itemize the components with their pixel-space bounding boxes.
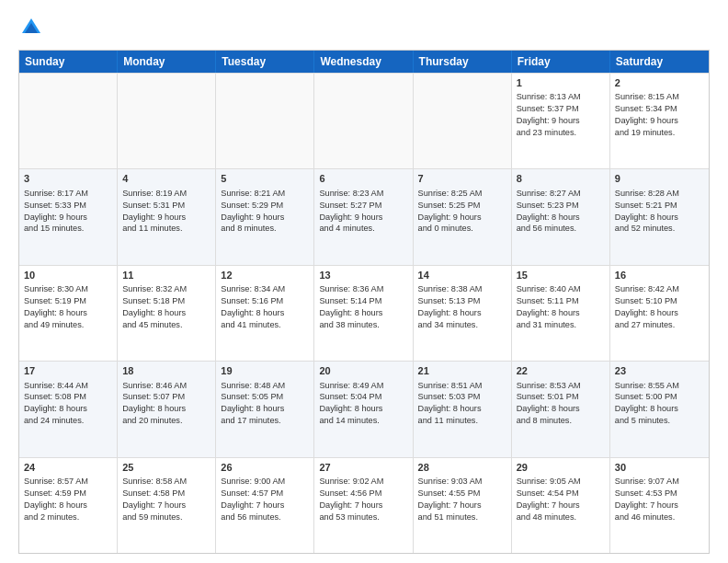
- day-info-line: Sunset: 4:55 PM: [418, 488, 506, 500]
- day-number: 13: [319, 269, 407, 282]
- day-info-line: Sunset: 5:29 PM: [221, 200, 309, 212]
- calendar-row-1: 3Sunrise: 8:17 AMSunset: 5:33 PMDaylight…: [19, 168, 709, 264]
- day-info-line: Daylight: 9 hours: [319, 212, 407, 224]
- day-number: 11: [122, 269, 210, 282]
- day-number: 20: [319, 364, 407, 378]
- day-number: 30: [615, 461, 704, 475]
- calendar-cell: 5Sunrise: 8:21 AMSunset: 5:29 PMDaylight…: [216, 169, 314, 264]
- calendar-row-2: 10Sunrise: 8:30 AMSunset: 5:19 PMDayligh…: [19, 265, 709, 361]
- day-info-line: Daylight: 8 hours: [221, 403, 309, 415]
- day-info-line: and 19 minutes.: [615, 127, 704, 139]
- day-info-line: and 5 minutes.: [615, 415, 704, 427]
- calendar: SundayMondayTuesdayWednesdayThursdayFrid…: [18, 50, 710, 554]
- day-info-line: and 53 minutes.: [319, 511, 407, 523]
- day-info-line: Sunrise: 8:25 AM: [418, 188, 506, 200]
- calendar-cell: 16Sunrise: 8:42 AMSunset: 5:10 PMDayligh…: [610, 266, 709, 361]
- day-info-line: Daylight: 8 hours: [418, 403, 506, 415]
- day-number: 6: [319, 172, 407, 186]
- day-number: 8: [517, 172, 605, 186]
- calendar-header-row: SundayMondayTuesdayWednesdayThursdayFrid…: [19, 51, 709, 73]
- day-info-line: and 4 minutes.: [319, 223, 407, 235]
- day-info-line: Sunrise: 8:19 AM: [122, 188, 210, 200]
- day-number: 5: [221, 172, 309, 186]
- day-info-line: Sunrise: 8:34 AM: [221, 283, 309, 295]
- logo: [18, 15, 48, 40]
- day-info-line: Sunrise: 8:55 AM: [615, 380, 704, 392]
- day-info-line: Sunset: 5:23 PM: [517, 200, 605, 212]
- day-info-line: Sunset: 5:00 PM: [615, 391, 704, 403]
- calendar-cell: 8Sunrise: 8:27 AMSunset: 5:23 PMDaylight…: [512, 169, 610, 264]
- calendar-cell: [216, 74, 314, 168]
- day-info-line: Daylight: 8 hours: [24, 403, 112, 415]
- day-info-line: Daylight: 8 hours: [615, 307, 704, 319]
- day-info-line: Sunrise: 8:15 AM: [615, 91, 704, 103]
- day-info-line: Daylight: 7 hours: [319, 500, 407, 511]
- day-info-line: Sunset: 5:03 PM: [418, 391, 506, 403]
- day-info-line: Daylight: 7 hours: [122, 500, 210, 511]
- calendar-header-saturday: Saturday: [610, 51, 709, 73]
- day-number: 27: [319, 461, 407, 475]
- day-info-line: Sunrise: 8:17 AM: [24, 188, 112, 200]
- calendar-cell: 4Sunrise: 8:19 AMSunset: 5:31 PMDaylight…: [118, 169, 216, 264]
- day-info-line: Daylight: 8 hours: [122, 307, 210, 319]
- day-info-line: and 31 minutes.: [517, 319, 605, 331]
- day-info-line: Sunrise: 8:28 AM: [615, 188, 704, 200]
- calendar-cell: 6Sunrise: 8:23 AMSunset: 5:27 PMDaylight…: [314, 169, 413, 264]
- day-info-line: Daylight: 7 hours: [615, 500, 704, 511]
- day-info-line: Sunset: 4:59 PM: [24, 488, 112, 500]
- day-info-line: Sunrise: 8:38 AM: [418, 283, 506, 295]
- day-info-line: Sunset: 5:34 PM: [615, 103, 704, 115]
- day-info-line: Sunset: 5:33 PM: [24, 200, 112, 212]
- day-info-line: and 11 minutes.: [122, 223, 210, 235]
- day-info-line: Daylight: 8 hours: [122, 403, 210, 415]
- calendar-cell: 21Sunrise: 8:51 AMSunset: 5:03 PMDayligh…: [414, 362, 512, 456]
- day-info-line: Sunset: 5:27 PM: [319, 200, 407, 212]
- calendar-header-wednesday: Wednesday: [314, 51, 413, 73]
- day-info-line: Sunset: 5:05 PM: [221, 391, 309, 403]
- calendar-cell: 25Sunrise: 8:58 AMSunset: 4:58 PMDayligh…: [118, 458, 216, 553]
- day-info-line: Sunrise: 9:02 AM: [319, 476, 407, 488]
- day-info-line: Daylight: 9 hours: [418, 212, 506, 224]
- calendar-cell: 28Sunrise: 9:03 AMSunset: 4:55 PMDayligh…: [414, 458, 512, 553]
- calendar-body: 1Sunrise: 8:13 AMSunset: 5:37 PMDaylight…: [19, 73, 709, 553]
- day-info-line: Sunset: 5:16 PM: [221, 295, 309, 307]
- day-info-line: and 2 minutes.: [24, 511, 112, 523]
- day-number: 1: [517, 76, 605, 90]
- calendar-cell: 7Sunrise: 8:25 AMSunset: 5:25 PMDaylight…: [414, 169, 512, 264]
- day-info-line: Sunrise: 8:51 AM: [418, 380, 506, 392]
- day-info-line: Daylight: 8 hours: [319, 403, 407, 415]
- day-info-line: Sunrise: 8:53 AM: [517, 380, 605, 392]
- calendar-cell: 24Sunrise: 8:57 AMSunset: 4:59 PMDayligh…: [19, 458, 118, 553]
- calendar-cell: 19Sunrise: 8:48 AMSunset: 5:05 PMDayligh…: [216, 362, 314, 456]
- day-info-line: Sunrise: 8:58 AM: [122, 476, 210, 488]
- calendar-cell: [19, 74, 118, 168]
- day-info-line: and 27 minutes.: [615, 319, 704, 331]
- calendar-row-0: 1Sunrise: 8:13 AMSunset: 5:37 PMDaylight…: [19, 73, 709, 168]
- day-info-line: Sunset: 4:57 PM: [221, 488, 309, 500]
- day-info-line: Daylight: 8 hours: [418, 307, 506, 319]
- day-info-line: Sunset: 4:53 PM: [615, 488, 704, 500]
- day-info-line: Sunset: 5:07 PM: [122, 391, 210, 403]
- day-info-line: Daylight: 9 hours: [221, 212, 309, 224]
- day-info-line: Daylight: 8 hours: [221, 307, 309, 319]
- day-number: 17: [24, 364, 112, 378]
- day-info-line: Daylight: 9 hours: [122, 212, 210, 224]
- day-info-line: and 51 minutes.: [418, 511, 506, 523]
- day-info-line: Sunrise: 8:44 AM: [24, 380, 112, 392]
- day-info-line: Sunset: 5:21 PM: [615, 200, 704, 212]
- day-number: 9: [615, 172, 704, 186]
- calendar-cell: 29Sunrise: 9:05 AMSunset: 4:54 PMDayligh…: [512, 458, 610, 553]
- day-info-line: Sunset: 5:01 PM: [517, 391, 605, 403]
- day-info-line: Sunrise: 8:48 AM: [221, 380, 309, 392]
- calendar-cell: 1Sunrise: 8:13 AMSunset: 5:37 PMDaylight…: [512, 74, 610, 168]
- day-info-line: Sunset: 4:56 PM: [319, 488, 407, 500]
- day-info-line: Sunrise: 8:46 AM: [122, 380, 210, 392]
- header: [18, 15, 710, 40]
- day-info-line: Sunrise: 8:40 AM: [517, 283, 605, 295]
- day-info-line: Sunset: 5:11 PM: [517, 295, 605, 307]
- calendar-cell: 3Sunrise: 8:17 AMSunset: 5:33 PMDaylight…: [19, 169, 118, 264]
- day-info-line: and 38 minutes.: [319, 319, 407, 331]
- day-number: 18: [122, 364, 210, 378]
- day-info-line: Daylight: 7 hours: [221, 500, 309, 511]
- calendar-cell: 23Sunrise: 8:55 AMSunset: 5:00 PMDayligh…: [610, 362, 709, 456]
